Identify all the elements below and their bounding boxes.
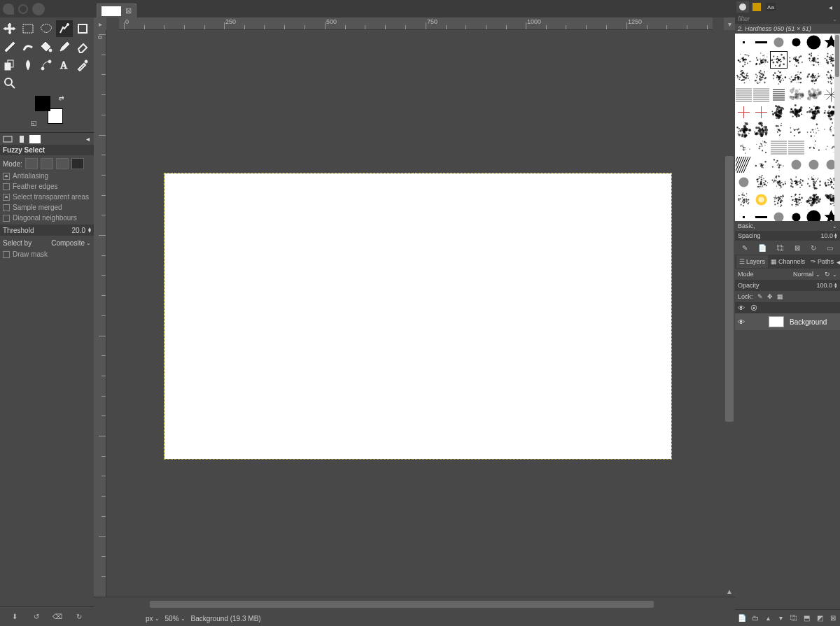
brush-cell[interactable] (770, 69, 788, 86)
brush-cell[interactable] (752, 173, 770, 191)
refresh-brushes-icon[interactable]: ↻ (811, 244, 816, 252)
brush-cell[interactable] (735, 34, 752, 51)
brush-cell[interactable] (805, 138, 822, 156)
brush-cell[interactable] (735, 121, 752, 138)
duplicate-layer-icon[interactable]: ⿻ (790, 614, 799, 622)
brush-cell[interactable] (805, 34, 822, 51)
feather-edges-option[interactable]: Feather edges (3, 181, 91, 192)
layer-row[interactable]: 👁 Background (735, 313, 840, 330)
eraser-tool[interactable] (74, 38, 91, 55)
lock-alpha-icon[interactable]: ▦ (777, 293, 783, 300)
brush-cell[interactable] (752, 138, 770, 156)
sample-merged-option[interactable]: Sample merged (3, 202, 91, 213)
duplicate-brush-icon[interactable]: ⿻ (777, 244, 784, 252)
delete-preset-icon[interactable]: ⌫ (51, 613, 64, 620)
tool-options-tab[interactable] (1, 134, 14, 144)
select-transparent-option[interactable]: ×Select transparent areas (3, 192, 91, 202)
brush-cell[interactable] (788, 86, 805, 104)
lower-layer-icon[interactable]: ▾ (777, 614, 786, 622)
fg-bg-colors[interactable]: ⇄ ◱ (35, 96, 63, 124)
brush-cell[interactable] (805, 69, 822, 86)
horizontal-scrollbar[interactable] (108, 599, 722, 609)
delete-layer-icon[interactable]: ⊠ (829, 614, 838, 622)
fg-color-tab[interactable] (29, 135, 41, 143)
brush-cell[interactable] (752, 208, 770, 221)
brush-cell[interactable] (752, 51, 770, 69)
brush-cell[interactable] (735, 173, 752, 191)
bucket-fill-tool[interactable] (38, 38, 55, 55)
configure-tab-icon[interactable]: ◂ (829, 3, 839, 11)
swap-colors-icon[interactable]: ⇄ (59, 94, 64, 101)
brush-cell[interactable] (770, 104, 788, 121)
layer-mode-dropdown[interactable]: Mode Normal ⌄ ↻ ⌄ (735, 269, 840, 280)
units-dropdown[interactable]: px⌄ (146, 615, 160, 623)
brush-cell[interactable] (788, 51, 805, 69)
mode-add[interactable] (41, 158, 53, 169)
crop-tool[interactable] (74, 20, 91, 37)
configure-tab-icon[interactable]: ◂ (836, 258, 840, 266)
draw-mask-option[interactable]: Draw mask (3, 249, 91, 259)
brush-tags[interactable]: Basic,⌄ (735, 221, 840, 231)
brush-cell[interactable] (735, 69, 752, 86)
brush-cell[interactable] (752, 86, 770, 104)
lock-pixels-icon[interactable]: ✎ (757, 293, 763, 300)
brush-cell[interactable] (788, 121, 805, 138)
save-preset-icon[interactable]: ⬇ (8, 613, 21, 620)
brush-grid[interactable] (735, 34, 840, 221)
lock-position-icon[interactable]: ✥ (767, 293, 773, 300)
vertical-scrollbar[interactable]: ▲ (724, 30, 735, 597)
brushes-tab[interactable] (736, 1, 749, 13)
new-group-icon[interactable]: 🗀 (751, 614, 760, 622)
document-tab[interactable]: ⊠ (97, 3, 136, 17)
brush-cell[interactable] (770, 173, 788, 191)
clone-tool[interactable] (1, 57, 18, 73)
patterns-tab[interactable] (750, 1, 763, 13)
brush-cell[interactable] (805, 104, 822, 121)
color-picker-tool[interactable] (74, 57, 91, 73)
antialiasing-option[interactable]: ×Antialiasing (3, 171, 91, 181)
device-status-tab[interactable] (15, 134, 28, 144)
open-as-image-icon[interactable]: ▭ (827, 244, 833, 252)
brush-cell[interactable] (735, 138, 752, 156)
brush-cell[interactable] (735, 104, 752, 121)
brush-cell[interactable] (735, 191, 752, 208)
brush-cell[interactable] (770, 156, 788, 173)
move-tool[interactable] (1, 20, 18, 37)
ruler-origin[interactable]: ▸ (94, 17, 106, 30)
brush-cell[interactable] (788, 173, 805, 191)
mode-switch-icon[interactable]: ↻ (825, 271, 830, 278)
mask-icon[interactable]: ◩ (816, 614, 825, 622)
brush-cell[interactable] (788, 156, 805, 173)
free-select-tool[interactable] (38, 20, 55, 37)
brush-cell[interactable] (752, 34, 770, 51)
brush-cell[interactable] (788, 104, 805, 121)
layer-thumb[interactable] (769, 316, 784, 327)
brush-cell[interactable] (805, 191, 822, 208)
brush-filter[interactable]: filter⌄ (735, 14, 840, 24)
restore-preset-icon[interactable]: ↺ (30, 613, 43, 620)
paintbrush-tool[interactable] (56, 38, 73, 55)
ruler-menu-icon[interactable]: ▾ (724, 17, 735, 30)
brush-cell[interactable] (805, 173, 822, 191)
brush-cell[interactable] (735, 51, 752, 69)
zoom-tool[interactable] (1, 75, 18, 92)
brush-grid-scrollbar[interactable] (834, 34, 840, 221)
threshold-slider[interactable]: Threshold 20.0 ▴▾ (0, 225, 94, 236)
horizontal-ruler[interactable]: 025050075010001250150017502000 (119, 17, 713, 30)
brush-cell[interactable] (752, 104, 770, 121)
navigation-icon[interactable]: ▲ (724, 585, 735, 597)
brush-cell[interactable] (770, 34, 788, 51)
brush-cell[interactable] (770, 86, 788, 104)
brush-cell[interactable] (770, 208, 788, 221)
mode-subtract[interactable] (56, 158, 69, 169)
channels-tab[interactable]: ▦Channels (768, 255, 808, 268)
brush-cell[interactable] (805, 208, 822, 221)
brush-cell[interactable] (788, 208, 805, 221)
brush-cell[interactable] (752, 69, 770, 86)
spacing-spinner[interactable]: ▴▾ (834, 233, 837, 239)
brush-cell[interactable] (805, 51, 822, 69)
path-tool[interactable] (38, 57, 55, 73)
brush-cell[interactable] (805, 121, 822, 138)
brush-cell[interactable] (770, 191, 788, 208)
paths-tab[interactable]: ✑Paths (808, 255, 836, 268)
